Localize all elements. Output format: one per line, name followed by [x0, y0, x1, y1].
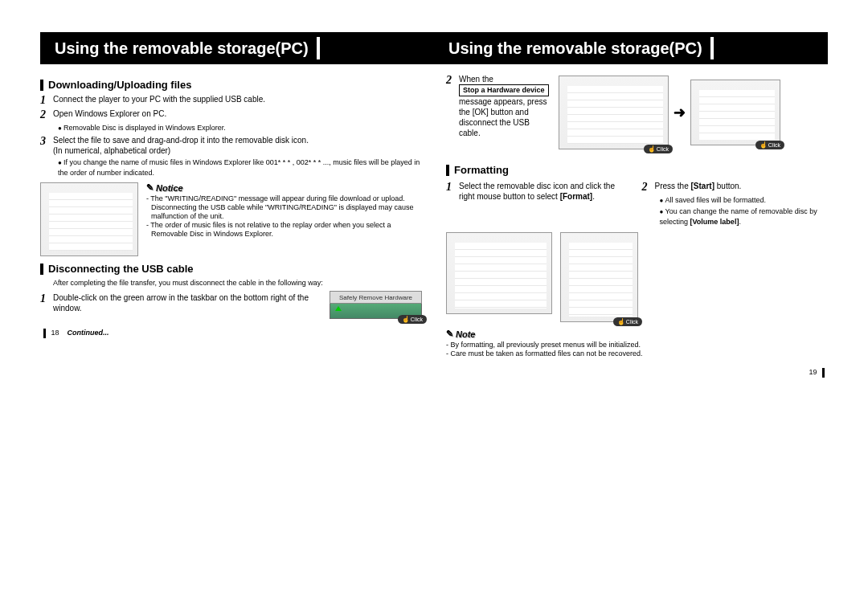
left-page: Downloading/Uploading files 1 Connect th… [40, 72, 422, 378]
divider-icon [317, 37, 320, 59]
green-arrow-icon [335, 306, 342, 311]
section-heading: Disconnecting the USB cable [40, 263, 422, 275]
header-bar: Using the removable storage(PC) Using th… [40, 32, 828, 64]
click-badge: Click [755, 141, 784, 149]
step-text: Connect the player to your PC with the s… [53, 94, 422, 107]
screenshot-format-dialog: Click [560, 232, 638, 322]
screenshot-taskbar: Safely Remove Hardware Click [330, 291, 422, 319]
step-number: 3 [40, 135, 53, 156]
section-heading: Downloading/Uploading files [40, 79, 422, 91]
bullet-text: All saved files will be formatted. [642, 195, 829, 206]
screenshot-stop-dialog: Click [559, 76, 669, 149]
notice-label: Notice [146, 182, 183, 193]
step-number: 1 [40, 94, 53, 107]
tooltip-label: Safely Remove Hardware [330, 291, 422, 304]
note-body: - By formatting, all previously preset m… [446, 341, 828, 358]
bullet-text: If you change the name of music files in… [40, 157, 422, 178]
step-number: 2 [642, 181, 655, 194]
click-badge: Click [398, 315, 427, 324]
notice-body: - The "WRITING/READING" message will app… [146, 194, 422, 239]
bullet-text: You can change the name of removable dis… [642, 206, 829, 227]
step-text: Select the file to save and drag-and-dro… [53, 135, 422, 156]
screenshot-format-menu [446, 232, 552, 314]
page-number-left: 18 [51, 329, 59, 337]
heading-downloading: Downloading/Uploading files [48, 79, 191, 91]
step-number: 2 [446, 74, 459, 138]
heading-disconnecting: Disconnecting the USB cable [48, 263, 194, 275]
screenshot-explorer [40, 182, 138, 256]
header-title-left: Using the removable storage(PC) [40, 39, 309, 58]
note-label: Note [446, 329, 475, 339]
step-number: 1 [446, 181, 459, 202]
header-title-right: Using the removable storage(PC) [434, 39, 702, 58]
intro-text: After completing the file transfer, you … [40, 278, 422, 288]
bullet-text: Removable Disc is displayed in Windows E… [40, 123, 422, 133]
screenshot-ok-dialog: Click [690, 80, 780, 145]
step-text: Double-click on the green arrow in the t… [53, 292, 321, 313]
step-number: 1 [40, 292, 53, 313]
step-text: Press the [Start] button. [655, 181, 829, 194]
step-text: When the Stop a Hardware device message … [459, 74, 551, 138]
click-badge: Click [613, 317, 642, 326]
arrow-right-icon: ➜ [674, 104, 686, 121]
page-number-right: 19 [809, 368, 817, 376]
right-page: 2 When the Stop a Hardware device messag… [446, 72, 828, 378]
continued-label: Continued... [68, 329, 109, 337]
step-number: 2 [40, 108, 53, 121]
message-box-label: Stop a Hardware device [459, 84, 549, 96]
step-text: Select the removable disc icon and click… [459, 181, 633, 202]
divider-icon [710, 37, 714, 59]
section-heading: Formatting [446, 164, 828, 176]
step-text: Open Windows Explorer on PC. [53, 108, 422, 121]
heading-formatting: Formatting [454, 164, 509, 176]
click-badge: Click [644, 145, 673, 153]
